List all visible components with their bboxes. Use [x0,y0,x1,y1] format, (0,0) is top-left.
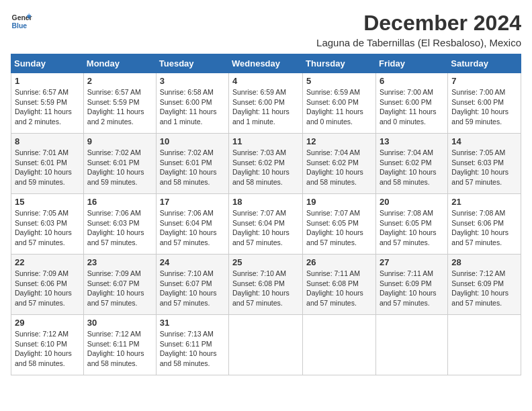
day-number: 24 [160,257,225,267]
table-row: 27Sunrise: 7:11 AMSunset: 6:09 PMDayligh… [375,255,447,315]
table-row: 3Sunrise: 6:58 AMSunset: 6:00 PMDaylight… [156,73,228,134]
table-row: 29Sunrise: 7:12 AMSunset: 6:10 PMDayligh… [11,315,84,375]
day-number: 13 [380,136,444,146]
table-row: 26Sunrise: 7:11 AMSunset: 6:08 PMDayligh… [303,255,376,315]
day-number: 30 [87,318,152,328]
table-row [448,315,521,375]
day-number: 1 [15,76,80,86]
day-number: 31 [160,318,225,328]
day-number: 17 [160,197,225,207]
day-number: 14 [451,136,517,146]
day-info: Sunrise: 7:06 AMSunset: 6:04 PMDaylight:… [160,208,225,248]
day-info: Sunrise: 7:05 AMSunset: 6:03 PMDaylight:… [15,208,80,248]
table-row: 22Sunrise: 7:09 AMSunset: 6:06 PMDayligh… [11,255,84,315]
header-tuesday: Tuesday [156,54,228,73]
day-info: Sunrise: 7:06 AMSunset: 6:03 PMDaylight:… [87,208,152,248]
table-row: 15Sunrise: 7:05 AMSunset: 6:03 PMDayligh… [11,194,84,255]
logo: General Blue [11,11,32,32]
header-monday: Monday [83,54,156,73]
header-saturday: Saturday [448,54,521,73]
day-number: 26 [306,257,372,267]
table-row: 1Sunrise: 6:57 AMSunset: 5:59 PMDaylight… [11,73,84,134]
calendar-week-row: 29Sunrise: 7:12 AMSunset: 6:10 PMDayligh… [11,315,521,375]
day-info: Sunrise: 7:08 AMSunset: 6:06 PMDaylight:… [451,208,517,248]
day-info: Sunrise: 7:10 AMSunset: 6:08 PMDaylight:… [232,269,299,308]
day-info: Sunrise: 7:00 AMSunset: 6:00 PMDaylight:… [451,87,517,127]
day-info: Sunrise: 7:02 AMSunset: 6:01 PMDaylight:… [87,148,152,187]
day-info: Sunrise: 7:12 AMSunset: 6:11 PMDaylight:… [87,329,152,369]
table-row: 2Sunrise: 6:57 AMSunset: 5:59 PMDaylight… [83,73,156,134]
day-number: 29 [15,318,80,328]
day-number: 3 [160,76,225,86]
calendar-week-row: 15Sunrise: 7:05 AMSunset: 6:03 PMDayligh… [11,194,521,255]
table-row: 8Sunrise: 7:01 AMSunset: 6:01 PMDaylight… [11,134,84,194]
table-row: 20Sunrise: 7:08 AMSunset: 6:05 PMDayligh… [375,194,447,255]
day-info: Sunrise: 6:57 AMSunset: 5:59 PMDaylight:… [87,87,152,127]
header-sunday: Sunday [11,54,84,73]
calendar-week-row: 8Sunrise: 7:01 AMSunset: 6:01 PMDaylight… [11,134,521,194]
logo-icon: General Blue [11,11,32,32]
table-row [229,315,303,375]
day-number: 10 [160,136,225,146]
title-section: December 2024 Laguna de Tabernillas (El … [316,11,521,48]
calendar-week-row: 22Sunrise: 7:09 AMSunset: 6:06 PMDayligh… [11,255,521,315]
month-title: December 2024 [316,11,521,36]
day-info: Sunrise: 7:07 AMSunset: 6:05 PMDaylight:… [306,208,372,248]
day-info: Sunrise: 7:05 AMSunset: 6:03 PMDaylight:… [451,148,517,187]
day-number: 2 [87,76,152,86]
table-row: 25Sunrise: 7:10 AMSunset: 6:08 PMDayligh… [229,255,303,315]
table-row: 12Sunrise: 7:04 AMSunset: 6:02 PMDayligh… [303,134,376,194]
day-info: Sunrise: 6:58 AMSunset: 6:00 PMDaylight:… [160,87,225,127]
table-row: 16Sunrise: 7:06 AMSunset: 6:03 PMDayligh… [83,194,156,255]
day-info: Sunrise: 7:12 AMSunset: 6:10 PMDaylight:… [15,329,80,369]
day-info: Sunrise: 7:09 AMSunset: 6:07 PMDaylight:… [87,269,152,308]
table-row: 13Sunrise: 7:04 AMSunset: 6:02 PMDayligh… [375,134,447,194]
day-number: 23 [87,257,152,267]
table-row: 19Sunrise: 7:07 AMSunset: 6:05 PMDayligh… [303,194,376,255]
calendar-week-row: 1Sunrise: 6:57 AMSunset: 5:59 PMDaylight… [11,73,521,134]
day-info: Sunrise: 7:04 AMSunset: 6:02 PMDaylight:… [306,148,372,187]
day-number: 22 [15,257,80,267]
day-number: 16 [87,197,152,207]
day-number: 7 [451,76,517,86]
day-info: Sunrise: 7:09 AMSunset: 6:06 PMDaylight:… [15,269,80,308]
table-row: 11Sunrise: 7:03 AMSunset: 6:02 PMDayligh… [229,134,303,194]
day-number: 4 [232,76,299,86]
day-info: Sunrise: 7:11 AMSunset: 6:09 PMDaylight:… [380,269,444,308]
day-info: Sunrise: 7:12 AMSunset: 6:09 PMDaylight:… [451,269,517,308]
day-number: 19 [306,197,372,207]
header-friday: Friday [375,54,447,73]
day-info: Sunrise: 7:07 AMSunset: 6:04 PMDaylight:… [232,208,299,248]
table-row: 30Sunrise: 7:12 AMSunset: 6:11 PMDayligh… [83,315,156,375]
day-info: Sunrise: 7:03 AMSunset: 6:02 PMDaylight:… [232,148,299,187]
day-number: 21 [451,197,517,207]
table-row: 21Sunrise: 7:08 AMSunset: 6:06 PMDayligh… [448,194,521,255]
table-row: 24Sunrise: 7:10 AMSunset: 6:07 PMDayligh… [156,255,228,315]
day-info: Sunrise: 6:59 AMSunset: 6:00 PMDaylight:… [306,87,372,127]
table-row: 5Sunrise: 6:59 AMSunset: 6:00 PMDaylight… [303,73,376,134]
table-row: 9Sunrise: 7:02 AMSunset: 6:01 PMDaylight… [83,134,156,194]
table-row: 7Sunrise: 7:00 AMSunset: 6:00 PMDaylight… [448,73,521,134]
svg-text:Blue: Blue [12,22,28,30]
table-row: 4Sunrise: 6:59 AMSunset: 6:00 PMDaylight… [229,73,303,134]
page-header: General Blue December 2024 Laguna de Tab… [11,11,521,48]
calendar-table: Sunday Monday Tuesday Wednesday Thursday… [11,54,521,375]
day-number: 15 [15,197,80,207]
location-title: Laguna de Tabernillas (El Resbaloso), Me… [316,37,521,48]
table-row: 17Sunrise: 7:06 AMSunset: 6:04 PMDayligh… [156,194,228,255]
day-number: 20 [380,197,444,207]
day-info: Sunrise: 6:57 AMSunset: 5:59 PMDaylight:… [15,87,80,127]
day-number: 25 [232,257,299,267]
table-row: 10Sunrise: 7:02 AMSunset: 6:01 PMDayligh… [156,134,228,194]
day-info: Sunrise: 7:04 AMSunset: 6:02 PMDaylight:… [380,148,444,187]
day-number: 11 [232,136,299,146]
day-number: 27 [380,257,444,267]
day-number: 8 [15,136,80,146]
table-row [375,315,447,375]
day-info: Sunrise: 7:11 AMSunset: 6:08 PMDaylight:… [306,269,372,308]
table-row: 14Sunrise: 7:05 AMSunset: 6:03 PMDayligh… [448,134,521,194]
day-number: 5 [306,76,372,86]
calendar-header-row: Sunday Monday Tuesday Wednesday Thursday… [11,54,521,73]
day-number: 6 [380,76,444,86]
day-info: Sunrise: 7:08 AMSunset: 6:05 PMDaylight:… [380,208,444,248]
